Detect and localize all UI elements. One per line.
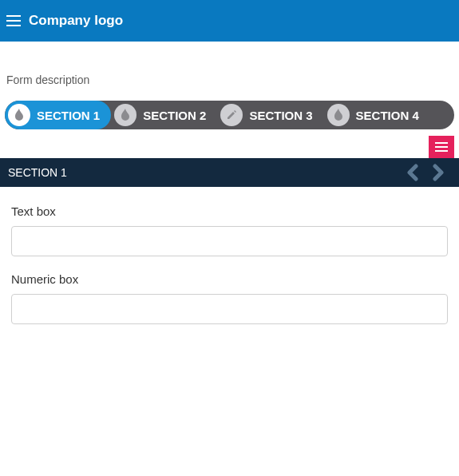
flame-icon [8,104,30,126]
tab-section-3[interactable]: SECTION 3 [217,101,323,129]
prev-section-button[interactable] [400,164,425,181]
hamburger-icon [435,142,448,152]
menu-action-button[interactable] [429,136,454,158]
form-description: Form description [0,42,459,101]
textbox-label: Text box [11,204,448,218]
flame-icon [327,104,350,126]
section-tabs-container: SECTION 1 SECTION 2 SECTION 3 SECTION 4 [0,101,459,129]
section-title: SECTION 1 [8,166,400,179]
numericbox-label: Numeric box [11,272,448,286]
hamburger-icon[interactable] [6,15,21,26]
company-logo-text: Company logo [29,13,123,29]
form-body: Text box Numeric box [0,187,459,358]
section-tabs: SECTION 1 SECTION 2 SECTION 3 SECTION 4 [5,101,454,129]
tab-label: SECTION 2 [143,109,206,122]
tab-section-1[interactable]: SECTION 1 [5,101,111,129]
next-section-button[interactable] [425,164,451,181]
tab-section-2[interactable]: SECTION 2 [111,101,217,129]
section-header: SECTION 1 [0,158,459,187]
numericbox-input[interactable] [11,294,448,324]
tab-section-4[interactable]: SECTION 4 [324,101,430,129]
numericbox-field: Numeric box [11,272,448,324]
tab-label: SECTION 3 [249,109,312,122]
tab-label: SECTION 4 [356,109,419,122]
tab-label: SECTION 1 [37,109,100,122]
textbox-field: Text box [11,204,448,256]
action-row [0,129,459,158]
pencil-icon [220,104,243,126]
flame-icon [114,104,137,126]
textbox-input[interactable] [11,226,448,256]
top-bar: Company logo [0,0,459,42]
